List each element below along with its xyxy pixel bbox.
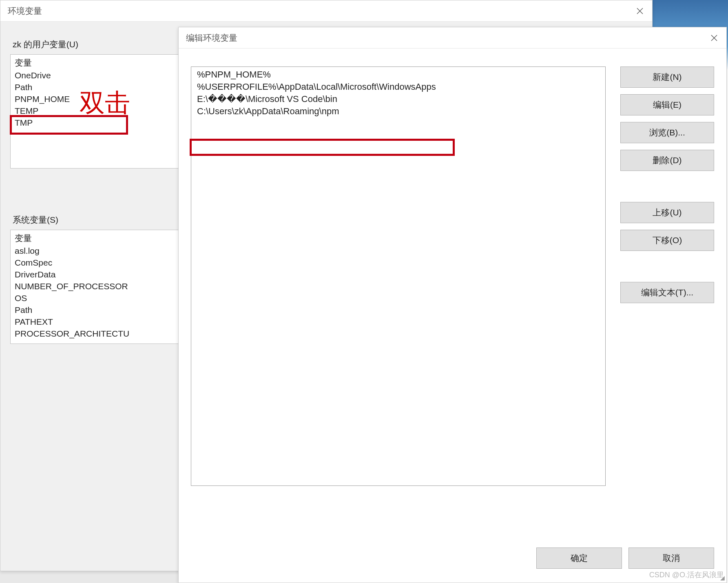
move-down-button[interactable]: 下移(O): [620, 230, 714, 251]
env-dialog-title: 环境变量: [8, 5, 42, 17]
path-values-listbox[interactable]: %PNPM_HOME%%USERPROFILE%\AppData\Local\M…: [191, 67, 606, 486]
edit-dialog-body: %PNPM_HOME%%USERPROFILE%\AppData\Local\M…: [179, 49, 726, 583]
delete-button[interactable]: 删除(D): [620, 150, 714, 171]
path-item[interactable]: C:\Users\zk\AppData\Roaming\npm: [191, 105, 605, 117]
close-icon[interactable]: [702, 27, 726, 49]
path-item[interactable]: %USERPROFILE%\AppData\Local\Microsoft\Wi…: [191, 81, 605, 93]
new-button[interactable]: 新建(N): [620, 67, 714, 88]
close-icon[interactable]: [628, 0, 652, 22]
browse-button[interactable]: 浏览(B)...: [620, 122, 714, 143]
cancel-button[interactable]: 取消: [628, 548, 714, 569]
edit-dialog-title: 编辑环境变量: [186, 32, 237, 44]
path-item[interactable]: E:\����\Microsoft VS Code\bin: [191, 93, 605, 105]
edit-dialog-bottom-actions: 确定 取消: [536, 548, 714, 569]
move-up-button[interactable]: 上移(U): [620, 202, 714, 223]
ok-button[interactable]: 确定: [536, 548, 622, 569]
edit-text-button[interactable]: 编辑文本(T)...: [620, 282, 714, 303]
env-dialog-titlebar[interactable]: 环境变量: [0, 0, 652, 22]
path-item[interactable]: %PNPM_HOME%: [191, 69, 605, 81]
edit-button[interactable]: 编辑(E): [620, 94, 714, 115]
watermark-text: CSDN @O.活在风浪里: [649, 570, 724, 580]
edit-env-var-dialog: 编辑环境变量 %PNPM_HOME%%USERPROFILE%\AppData\…: [178, 27, 727, 583]
edit-dialog-button-column: 新建(N) 编辑(E) 浏览(B)... 删除(D) 上移(U) 下移(O) 编…: [620, 67, 714, 570]
edit-dialog-titlebar[interactable]: 编辑环境变量: [179, 27, 726, 49]
